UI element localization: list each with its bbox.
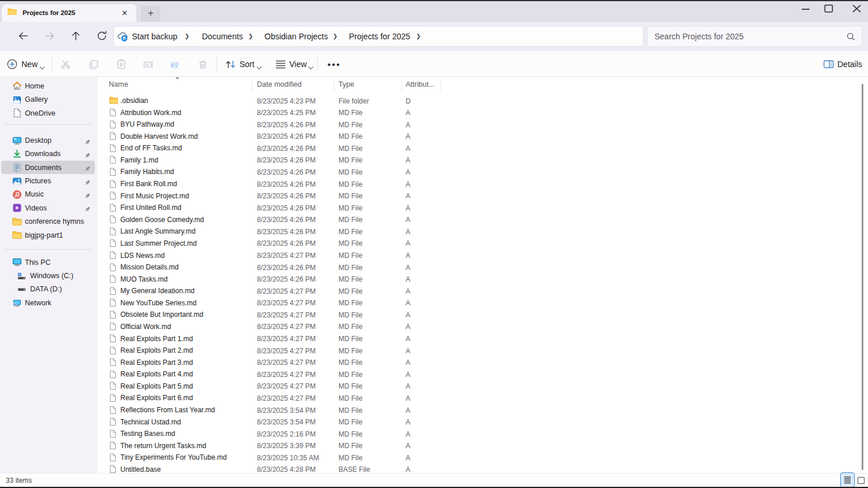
svg-text:A: A bbox=[146, 62, 149, 67]
